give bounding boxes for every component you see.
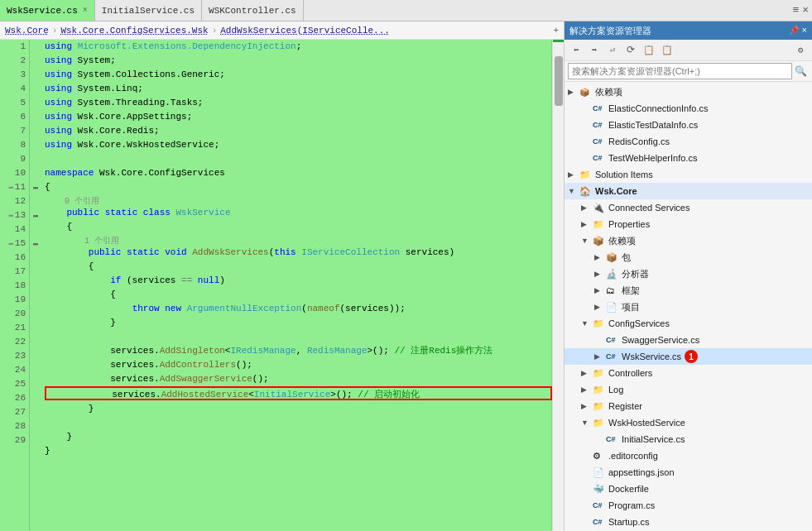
code-lines[interactable]: using Microsoft.Extensions.DependencyInj… bbox=[41, 40, 552, 531]
icon-elastic2: C# bbox=[593, 121, 606, 129]
collapse-12[interactable]: ▬ bbox=[30, 208, 41, 222]
search-btn[interactable]: 🔍 bbox=[792, 63, 809, 79]
line-num-16: 16 bbox=[3, 251, 26, 265]
icon-log: 📁 bbox=[593, 385, 606, 395]
collapse-icons: ▬ ▬ ▬ bbox=[30, 40, 41, 531]
toolbar-btn-settings[interactable]: ⚙ bbox=[792, 42, 809, 59]
tree-item-properties[interactable]: ▶ 📁 Properties bbox=[565, 216, 812, 232]
solution-panel: 解决方案资源管理器 📌 × ⬅ ➡ ⏎ ⟳ 📋 📋 ⚙ 🔍 bbox=[564, 22, 812, 531]
tree-item-testweb[interactable]: C# TestWebHelperInfo.cs bbox=[565, 150, 812, 166]
toolbar-btn-3[interactable]: ⏎ bbox=[604, 42, 621, 59]
code-line-16: if (services == null) bbox=[45, 274, 552, 288]
tree-item-dep2[interactable]: ▼ 📦 依赖项 bbox=[565, 232, 812, 249]
tree-item-dep1[interactable]: ▶ 📦 依赖项 bbox=[565, 84, 812, 100]
tree-item-framework[interactable]: ▶ 🗂 框架 bbox=[565, 282, 812, 299]
line-num-24: 24 bbox=[3, 363, 26, 377]
line-num-29: 29 bbox=[3, 433, 26, 447]
breadcrumb-tools[interactable]: + bbox=[553, 26, 559, 36]
close-panel-icon[interactable]: × bbox=[801, 26, 807, 36]
tab-tools: ≡ × bbox=[789, 4, 812, 17]
icon-editorconfig: ⚙ bbox=[593, 451, 606, 462]
line-numbers: 1 2 3 4 5 6 7 8 9 10 ▬ 11 12 ▬ 13 14 ▬ 1… bbox=[0, 40, 30, 531]
toolbar-btn-2[interactable]: ➡ bbox=[586, 42, 603, 59]
line-num-2: 2 bbox=[3, 54, 26, 68]
scrollbar-thumb[interactable] bbox=[555, 56, 563, 106]
tree-item-elastic1[interactable]: C# ElasticConnectionInfo.cs bbox=[565, 100, 812, 117]
tree-item-dockerfile[interactable]: 🐳 Dockerfile bbox=[565, 481, 812, 497]
tree-item-wsk-service[interactable]: ▶ C# WskService.cs 1 bbox=[565, 348, 812, 365]
arrow-connected-services: ▶ bbox=[581, 203, 593, 212]
breadcrumb-sep1: › bbox=[52, 26, 58, 36]
tree-item-startup[interactable]: C# Startup.cs bbox=[565, 514, 812, 530]
arrow-dep2: ▼ bbox=[581, 237, 593, 245]
tree-item-log[interactable]: ▶ 📁 Log bbox=[565, 381, 812, 398]
tab-tools-close[interactable]: × bbox=[802, 4, 809, 17]
code-line-25: } bbox=[45, 402, 552, 416]
tree[interactable]: ▶ 📦 依赖项 C# ElasticConnectionInfo.cs C# E… bbox=[565, 82, 812, 531]
tree-item-pkg[interactable]: ▶ 📦 包 bbox=[565, 249, 812, 266]
tab-wskservice-close[interactable]: × bbox=[83, 6, 88, 15]
code-line-9 bbox=[45, 152, 552, 166]
tree-item-controllers[interactable]: ▶ 📁 Controllers bbox=[565, 365, 812, 381]
icon-dockerfile: 🐳 bbox=[593, 484, 606, 495]
tree-item-editorconfig[interactable]: ⚙ .editorconfig bbox=[565, 447, 812, 464]
tab-initialservice[interactable]: InitialService.cs bbox=[95, 0, 202, 21]
label-properties: Properties bbox=[608, 219, 650, 229]
line-num-15: ▬ 15 bbox=[3, 237, 26, 251]
icon-program: C# bbox=[593, 501, 606, 509]
icon-redis: C# bbox=[593, 137, 606, 146]
toolbar-btn-1[interactable]: ⬅ bbox=[568, 42, 584, 59]
tree-item-register[interactable]: ▶ 📁 Register bbox=[565, 398, 812, 414]
tab-wskservice-label: WskService.cs bbox=[7, 6, 78, 16]
label-elastic2: ElasticTestDataInfo.cs bbox=[608, 120, 698, 130]
code-line-26 bbox=[45, 416, 552, 430]
label-program: Program.cs bbox=[608, 500, 655, 510]
pin-icon[interactable]: 📌 bbox=[789, 26, 799, 36]
toolbar-btn-6[interactable]: 📋 bbox=[659, 42, 675, 59]
solution-toolbar: ⬅ ➡ ⏎ ⟳ 📋 📋 ⚙ bbox=[565, 40, 812, 61]
arrow-wsk-hosted: ▼ bbox=[581, 419, 593, 427]
editor-scrollbar[interactable] bbox=[552, 40, 564, 531]
code-line-22: services.AddControllers(); bbox=[45, 358, 552, 372]
arrow-analyzer: ▶ bbox=[594, 270, 606, 278]
icon-config-services: 📁 bbox=[593, 318, 606, 329]
collapse-10[interactable]: ▬ bbox=[30, 180, 41, 194]
tree-item-analyzer[interactable]: ▶ 🔬 分析器 bbox=[565, 266, 812, 282]
editor-area: Wsk.Core › Wsk.Core.ConfigServices.Wsk ›… bbox=[0, 22, 564, 531]
label-log: Log bbox=[608, 385, 623, 395]
tree-item-program[interactable]: C# Program.cs bbox=[565, 497, 812, 514]
line-num-23: 23 bbox=[3, 349, 26, 363]
collapse-14[interactable]: ▬ bbox=[30, 237, 41, 251]
line-num-21: 21 bbox=[3, 321, 26, 335]
icon-initial-service: C# bbox=[606, 435, 619, 443]
tree-item-config-services[interactable]: ▼ 📁 ConfigServices bbox=[565, 315, 812, 332]
tree-item-swagger[interactable]: C# SwaggerService.cs bbox=[565, 332, 812, 348]
toolbar-btn-5[interactable]: 📋 bbox=[641, 42, 657, 59]
tree-item-initial-service[interactable]: C# InitialService.cs bbox=[565, 431, 812, 447]
label-dockerfile: Dockerfile bbox=[608, 484, 649, 494]
tree-item-wsk-core[interactable]: ▼ 🏠 Wsk.Core bbox=[565, 183, 812, 199]
tree-item-elastic2[interactable]: C# ElasticTestDataInfo.cs bbox=[565, 117, 812, 133]
tree-item-connected-services[interactable]: ▶ 🔌 Connected Services bbox=[565, 199, 812, 216]
icon-wsk-service: C# bbox=[606, 352, 619, 361]
code-line-29 bbox=[45, 458, 552, 472]
tree-item-redis[interactable]: C# RedisConfig.cs bbox=[565, 133, 812, 150]
icon-register: 📁 bbox=[593, 401, 606, 412]
icon-startup: C# bbox=[593, 518, 606, 526]
tree-item-project-ref[interactable]: ▶ 📄 项目 bbox=[565, 299, 812, 315]
icon-framework: 🗂 bbox=[606, 285, 619, 295]
arrow-wsk-core: ▼ bbox=[568, 187, 579, 195]
line-num-28: 28 bbox=[3, 419, 26, 433]
icon-swagger: C# bbox=[606, 336, 619, 344]
tree-item-appsettings[interactable]: 📄 appsettings.json bbox=[565, 464, 812, 481]
line-num-4: 4 bbox=[3, 82, 26, 96]
tab-wskcontroller[interactable]: WSKController.cs bbox=[202, 0, 304, 21]
tab-wskservice[interactable]: WskService.cs × bbox=[0, 0, 95, 21]
icon-analyzer: 🔬 bbox=[606, 269, 619, 280]
breadcrumb-part3: AddWskServices(IServiceColle... bbox=[220, 26, 390, 36]
tab-tools-collapse[interactable]: ≡ bbox=[792, 4, 799, 17]
tree-item-wsk-hosted[interactable]: ▼ 📁 WskHostedService bbox=[565, 414, 812, 431]
tree-item-solution-items[interactable]: ▶ 📁 Solution Items bbox=[565, 166, 812, 183]
toolbar-btn-4[interactable]: ⟳ bbox=[622, 42, 639, 59]
search-input[interactable] bbox=[568, 63, 792, 79]
